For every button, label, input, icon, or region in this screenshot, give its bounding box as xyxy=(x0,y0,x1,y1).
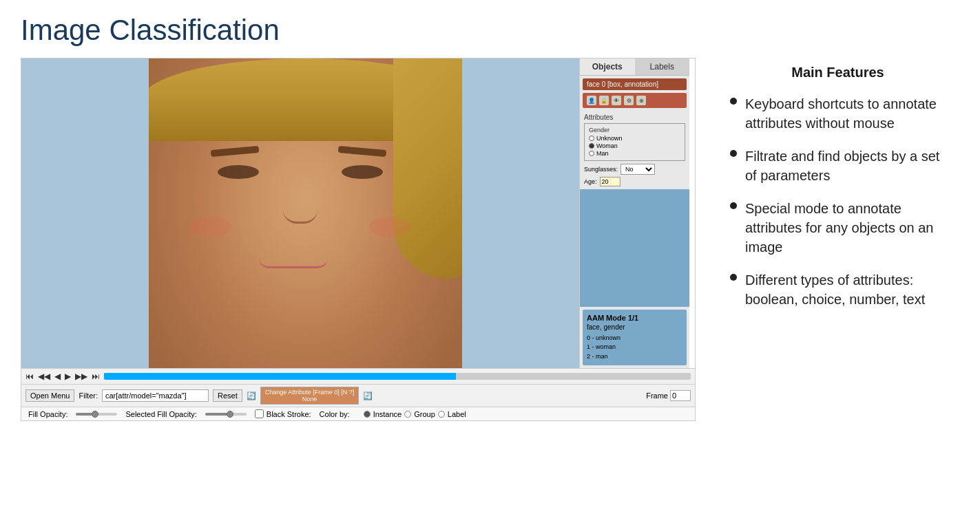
refresh2-icon[interactable]: 🔄 xyxy=(363,391,373,400)
aam-mode-subtitle: face, gender xyxy=(587,323,682,331)
feature-item-3: Different types of attributes: boolean, … xyxy=(730,270,946,309)
btn-forward-end[interactable]: ⏭ xyxy=(92,372,100,381)
selected-fill-opacity-label: Selected Fill Opacity: xyxy=(125,410,196,418)
open-menu-button[interactable]: Open Menu xyxy=(25,389,74,402)
change-attr-sub: None xyxy=(265,396,355,402)
color-option-label: Label xyxy=(448,410,466,418)
selected-fill-opacity-slider[interactable] xyxy=(205,413,247,416)
black-stroke-text: Black Stroke: xyxy=(267,410,311,418)
feature-item-2: Special mode to annotate attributes for … xyxy=(730,199,946,257)
lock-icon[interactable]: 🔒 xyxy=(599,96,609,105)
playback-bar: ⏮ ◀◀ ◀ ▶ ▶▶ ⏭ xyxy=(21,368,695,384)
eye-icon[interactable]: 👁 xyxy=(612,96,621,105)
gender-group-title: Gender xyxy=(589,127,680,133)
btn-rewind-start[interactable]: ⏮ xyxy=(25,372,34,381)
image-area: Face 0 age: 20 gender: woman sunglasses:… xyxy=(21,58,579,368)
page-title: Image Classification xyxy=(21,14,959,47)
aam-mode-box: AAM Mode 1/1 face, gender 0 - unknown 1 … xyxy=(583,310,687,366)
color-by-label: Color by: xyxy=(320,410,350,418)
age-row: Age: xyxy=(584,177,685,186)
nose xyxy=(283,196,317,224)
person-icon[interactable]: 👤 xyxy=(587,96,596,105)
selected-fill-opacity-thumb xyxy=(227,411,233,418)
radio-label-woman: Woman xyxy=(596,142,618,149)
filter-input[interactable] xyxy=(102,389,209,402)
color-option-instance: Instance xyxy=(373,410,402,418)
btn-rewind-fast[interactable]: ◀◀ xyxy=(38,372,50,381)
opacity-row: Fill Opacity: Selected Fill Opacity: Bla… xyxy=(21,407,695,420)
fill-opacity-slider[interactable] xyxy=(76,413,117,416)
aam-item-1: 1 - woman xyxy=(587,343,682,352)
face-bg-right xyxy=(462,58,579,368)
aam-mode-title: AAM Mode 1/1 xyxy=(587,314,682,322)
annotation-main: Face 0 age: 20 gender: woman sunglasses:… xyxy=(21,58,695,368)
frame-input[interactable] xyxy=(670,390,691,401)
gender-group: Gender Unknown Woman xyxy=(584,123,685,161)
features-title: Main Features xyxy=(730,65,946,80)
blush-left xyxy=(190,217,231,237)
btn-forward-fast[interactable]: ▶▶ xyxy=(75,372,87,381)
right-panel-inner: Objects Labels face 0 [box, annotation] … xyxy=(580,58,689,368)
sunglasses-select[interactable]: No Yes xyxy=(621,164,655,175)
face-center xyxy=(149,58,462,368)
face-bg-left xyxy=(21,58,149,368)
feature-text-0: Keyboard shortcuts to annotate attribute… xyxy=(745,94,946,133)
change-attr-label: Change Attribute [Frame 0] [N ?] xyxy=(265,389,355,396)
settings-icon[interactable]: ⚙ xyxy=(624,96,634,105)
black-stroke-checkbox[interactable] xyxy=(255,409,264,418)
panel-filler xyxy=(580,189,689,307)
btn-play[interactable]: ▶ xyxy=(65,372,71,381)
feature-text-1: Filtrate and find objects by a set of pa… xyxy=(745,147,946,185)
circle-icon[interactable]: ⊕ xyxy=(636,96,646,105)
refresh-icon[interactable]: 🔄 xyxy=(247,391,256,400)
page-container: Image Classification Face 0 age: 20 gend… xyxy=(0,0,980,428)
filter-label: Filter: xyxy=(79,391,98,400)
aam-item-2: 2 - man xyxy=(587,352,682,362)
btn-rewind[interactable]: ◀ xyxy=(54,372,61,381)
eye-right xyxy=(342,165,383,179)
frame-label: Frame xyxy=(646,390,691,401)
aam-mode-list: 0 - unknown 1 - woman 2 - man xyxy=(587,334,682,362)
color-radio-label[interactable] xyxy=(438,411,445,418)
color-radio-group-btn[interactable] xyxy=(404,411,411,418)
features-panel: Main Features Keyboard shortcuts to anno… xyxy=(716,58,959,330)
age-label: Age: xyxy=(584,178,597,185)
bullet-2 xyxy=(730,202,737,209)
right-panel: Objects Labels face 0 [box, annotation] … xyxy=(579,58,689,368)
annotation-box: face 0 [box, annotation] xyxy=(583,78,687,90)
panel-tabs: Objects Labels xyxy=(580,58,689,76)
annotation-ui: Face 0 age: 20 gender: woman sunglasses:… xyxy=(21,58,696,421)
mouth xyxy=(259,258,328,268)
black-stroke-label: Black Stroke: xyxy=(255,409,311,418)
fill-opacity-thumb xyxy=(92,411,98,418)
progress-bar[interactable] xyxy=(104,373,691,380)
bullet-0 xyxy=(730,98,737,105)
blush-right xyxy=(369,217,410,237)
color-radio-group: Instance Group Label xyxy=(364,410,466,418)
reset-button[interactable]: Reset xyxy=(213,389,242,402)
toolbar-row: Open Menu Filter: Reset 🔄 Change Attribu… xyxy=(21,384,695,407)
aam-item-0: 0 - unknown xyxy=(587,334,682,343)
age-input[interactable] xyxy=(600,177,621,186)
attributes-title: Attributes xyxy=(584,114,685,121)
color-radio-instance[interactable] xyxy=(364,411,371,418)
feature-item-1: Filtrate and find objects by a set of pa… xyxy=(730,147,946,185)
right-panel-top: Objects Labels face 0 [box, annotation] … xyxy=(580,58,689,307)
feature-text-3: Different types of attributes: boolean, … xyxy=(745,270,946,309)
selected-fill-opacity-fill xyxy=(205,413,228,416)
radio-label-man: Man xyxy=(596,150,609,157)
face-hair-right xyxy=(393,58,462,279)
bullet-3 xyxy=(730,274,737,281)
radio-woman[interactable]: Woman xyxy=(589,142,680,149)
tab-labels[interactable]: Labels xyxy=(635,58,690,75)
tab-objects[interactable]: Objects xyxy=(580,58,635,75)
radio-unknown[interactable]: Unknown xyxy=(589,135,680,142)
right-panel-bottom: AAM Mode 1/1 face, gender 0 - unknown 1 … xyxy=(580,307,689,369)
feature-item-0: Keyboard shortcuts to annotate attribute… xyxy=(730,94,946,133)
frame-text: Frame xyxy=(646,391,668,400)
radio-man[interactable]: Man xyxy=(589,150,680,157)
change-attr-button[interactable]: Change Attribute [Frame 0] [N ?] None xyxy=(260,387,359,405)
sunglass-row: Sunglasses: No Yes xyxy=(584,164,685,175)
radio-dot-man xyxy=(589,151,594,156)
sunglasses-label: Sunglasses: xyxy=(584,166,618,173)
